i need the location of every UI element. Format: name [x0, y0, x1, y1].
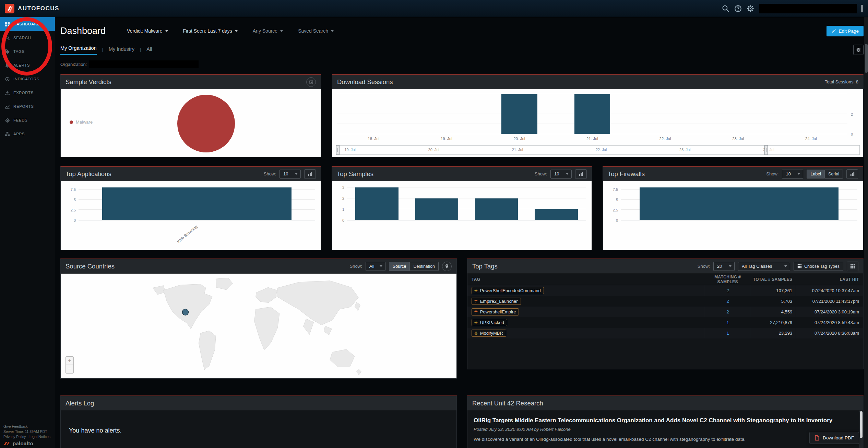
edit-page-button[interactable]: Edit Page [827, 26, 864, 36]
sidebar-item-indicators[interactable]: INDICATORS [0, 72, 55, 86]
matching-samples-link[interactable]: 1 [727, 320, 729, 325]
no-alerts-message: You have no alerts. [69, 427, 121, 434]
toggle-serial-button[interactable]: Serial [825, 170, 843, 179]
show-count-select[interactable]: 10 [550, 170, 572, 179]
tag-table-row: ☣UPXPacked127,210,87907/24/2020 8:59:43a… [467, 317, 863, 328]
show-count-select[interactable]: 20 [713, 262, 735, 271]
zoom-in-button[interactable]: + [66, 357, 73, 365]
filter-dropdown[interactable]: Verdict: Malware [127, 28, 168, 34]
total-samples-value: 27,210,879 [751, 317, 796, 328]
pie-legend[interactable]: Malware [70, 119, 93, 125]
tag-class-select[interactable]: All Tag Classes [738, 262, 790, 271]
sidebar-item-label: FEEDS [13, 118, 27, 122]
give-feedback-link[interactable]: Give Feedback [3, 424, 53, 429]
timeline-label: 19. Jul [344, 148, 355, 152]
sidebar-item-search[interactable]: SEARCH [0, 31, 55, 45]
search-icon[interactable] [722, 5, 729, 12]
chart-type-button[interactable] [846, 169, 858, 179]
filter-dropdown[interactable]: Saved Search [298, 28, 334, 34]
chart-type-button[interactable] [304, 169, 316, 179]
show-count-select[interactable]: 10 [782, 170, 803, 179]
bar[interactable] [535, 209, 578, 220]
y-axis-label: 0 [342, 218, 344, 222]
y-axis-label: 0 [74, 218, 76, 222]
bar[interactable] [475, 198, 518, 220]
y-axis-label: 1 [342, 207, 344, 211]
tag-pill[interactable]: ☣UPXPacked [472, 319, 507, 326]
toggle-source-button[interactable]: Source [389, 262, 410, 271]
autofocus-logo[interactable]: AUTOFOCUS [0, 4, 59, 13]
bar[interactable] [501, 94, 537, 134]
widget-download-sessions: Download Sessions Total Sessions: 8 02 1… [332, 74, 864, 157]
panel-scrollbar[interactable] [859, 411, 863, 448]
verdicts-pie-chart[interactable] [177, 95, 235, 152]
show-count-select[interactable]: 10 [280, 170, 301, 179]
bar[interactable] [574, 94, 610, 134]
chevron-down-icon [235, 30, 238, 32]
show-count-select[interactable]: All [366, 262, 385, 271]
bar[interactable] [415, 198, 458, 220]
tag-name: ModifyMBR [480, 331, 503, 336]
customize-dashboard-button[interactable] [853, 45, 864, 55]
map-pin-button[interactable] [442, 262, 452, 271]
chevron-down-icon [280, 30, 283, 32]
sidebar-item-dashboard[interactable]: DASHBOARD [0, 17, 55, 31]
column-header-tag[interactable]: TAG [467, 277, 705, 282]
filter-dropdown[interactable]: First Seen: Last 7 days [183, 28, 238, 34]
article-headline[interactable]: OilRig Targets Middle Eastern Telecommun… [474, 417, 852, 424]
pie-chart-toggle-button[interactable] [306, 77, 316, 87]
main-content: Dashboard Verdict: MalwareFirst Seen: La… [55, 17, 868, 448]
privacy-policy-link[interactable]: Privacy Policy [3, 435, 26, 439]
table-view-button[interactable] [847, 262, 858, 271]
timeline-left-handle[interactable] [336, 145, 340, 155]
toggle-label-button[interactable]: Label [807, 170, 825, 179]
matching-samples-link[interactable]: 2 [727, 299, 729, 304]
bar-chart-icon [579, 171, 584, 176]
panel-scrollbar-thumb[interactable] [860, 411, 863, 438]
help-icon[interactable] [734, 5, 742, 12]
matching-samples-link[interactable]: 2 [727, 288, 729, 293]
samples-bar-chart [347, 187, 586, 220]
tag-pill[interactable]: ☂Empire2_Launcher [472, 298, 521, 305]
chart-type-button[interactable] [575, 169, 587, 179]
choose-tag-types-button[interactable]: Choose Tag Types [794, 262, 843, 271]
column-header-matching[interactable]: MATCHING # SAMPLES [705, 275, 751, 284]
matching-samples-link[interactable]: 2 [727, 309, 729, 314]
bar[interactable] [640, 187, 839, 220]
timeline-right-handle[interactable] [764, 145, 768, 155]
zoom-out-button[interactable]: − [66, 365, 73, 373]
services-icon[interactable] [747, 5, 754, 12]
filter-label: Saved Search [298, 28, 328, 34]
top-tags-table: TAG MATCHING # SAMPLES TOTAL # SAMPLES L… [467, 274, 863, 369]
sidebar-item-apps[interactable]: APPS [0, 127, 55, 141]
page-title: Dashboard [60, 26, 106, 36]
bar[interactable] [102, 187, 292, 220]
table-header-row: TAG MATCHING # SAMPLES TOTAL # SAMPLES L… [467, 274, 863, 285]
tab-my-organization[interactable]: My Organization [60, 45, 97, 55]
column-header-total[interactable]: TOTAL # SAMPLES [751, 277, 796, 282]
y-axis-label: 5 [616, 198, 618, 202]
sidebar-item-alerts[interactable]: ALERTS [0, 58, 55, 72]
widget-unit42-research: Recent Unit 42 Research OilRig Targets M… [467, 395, 864, 448]
matching-samples-link[interactable]: 1 [727, 331, 729, 336]
download-pdf-button[interactable]: Download PDF [809, 432, 859, 444]
toggle-destination-button[interactable]: Destination [410, 262, 439, 271]
tag-pill[interactable]: ☣PowerShellEncodedCommand [472, 287, 544, 294]
bar[interactable] [355, 187, 398, 220]
sidebar-item-feeds[interactable]: FEEDS [0, 113, 55, 127]
page-scrollbar-thumb[interactable] [865, 44, 868, 73]
column-header-last-hit[interactable]: LAST HIT [796, 277, 863, 282]
sidebar-item-tags[interactable]: TAGS [0, 45, 55, 58]
tab-all[interactable]: All [146, 46, 152, 55]
filter-dropdown[interactable]: Any Source [253, 28, 283, 34]
world-map[interactable] [61, 274, 456, 378]
tag-pill[interactable]: ☂PowershellEmpire [472, 308, 519, 315]
sidebar-item-reports[interactable]: REPORTS [0, 100, 55, 113]
tag-pill[interactable]: ☣ModifyMBR [472, 330, 506, 337]
legal-notices-link[interactable]: Legal Notices [28, 435, 50, 439]
tab-my-industry[interactable]: My Industry [109, 46, 134, 55]
page-scrollbar[interactable] [864, 17, 868, 448]
timeline-brush[interactable]: 19. Jul20. Jul21. Jul22. Jul23. Jul24. J… [336, 145, 860, 155]
timeline-unselected-zone [768, 146, 859, 154]
sidebar-item-exports[interactable]: EXPORTS [0, 86, 55, 100]
